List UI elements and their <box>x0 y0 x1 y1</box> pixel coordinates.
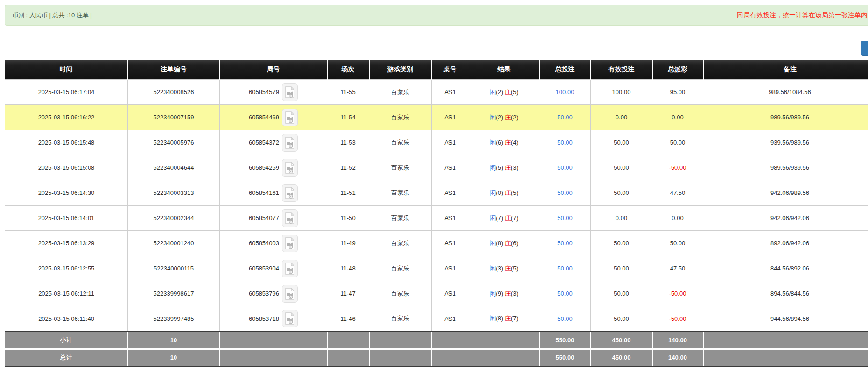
result-player: 闲 <box>490 240 496 247</box>
video-button[interactable] <box>282 109 298 126</box>
total-bet-link[interactable]: 50.00 <box>557 240 573 247</box>
video-button[interactable] <box>282 134 298 152</box>
total-bet-link[interactable]: 50.00 <box>557 189 573 196</box>
video-button[interactable] <box>282 260 298 277</box>
video-button[interactable] <box>282 184 298 202</box>
video-button[interactable] <box>282 159 298 177</box>
cell-table: AS1 <box>432 80 469 105</box>
cell-remark: 894.56/844.56 <box>703 281 868 306</box>
clipped-primary-button[interactable] <box>861 41 868 56</box>
cell-time: 2025-03-15 06:13:29 <box>5 231 128 256</box>
cell-total-bet: 50.00 <box>539 130 591 155</box>
cell-payout: -50.00 <box>652 306 703 332</box>
video-button[interactable] <box>282 235 298 252</box>
total-bet-link[interactable]: 50.00 <box>557 114 573 121</box>
cell-time: 2025-03-15 06:12:55 <box>5 256 128 281</box>
cell-time: 2025-03-15 06:15:48 <box>5 130 128 155</box>
table-row: 2025-03-15 06:12:11522339998617605853796… <box>5 281 868 306</box>
col-header-total-bet: 总投注 <box>539 60 591 80</box>
cell-valid-bet: 100.00 <box>591 80 652 105</box>
table-header: 时间 注单编号 局号 场次 游戏类别 桌号 结果 总投注 有效投注 总派彩 备注 <box>5 60 868 80</box>
footer-table-empty <box>432 332 469 349</box>
round-number: 605854372 <box>249 139 279 146</box>
video-button[interactable] <box>282 310 298 327</box>
cell-remark: 944.56/894.56 <box>703 306 868 332</box>
cell-round: 605854469 <box>220 105 327 130</box>
cell-session: 11-50 <box>327 206 369 231</box>
result-player: 闲 <box>490 139 496 146</box>
round-number: 605854579 <box>249 89 279 96</box>
cell-table: AS1 <box>432 206 469 231</box>
table-row: 2025-03-15 06:13:29522340001240605854003… <box>5 231 868 256</box>
cell-result: 闲(8) 庄(6) <box>469 231 539 256</box>
cell-session: 11-55 <box>327 80 369 105</box>
table-row: 2025-03-15 06:14:30522340003313605854161… <box>5 180 868 206</box>
total-bet-link[interactable]: 50.00 <box>557 164 573 171</box>
cell-valid-bet: 0.00 <box>591 105 652 130</box>
cell-time: 2025-03-15 06:17:04 <box>5 80 128 105</box>
cell-result: 闲(2) 庄(2) <box>469 105 539 130</box>
cell-remark: 989.56/1084.56 <box>703 80 868 105</box>
cell-game-type: 百家乐 <box>369 155 432 180</box>
footer-table-empty <box>432 349 469 366</box>
video-button[interactable] <box>282 83 298 101</box>
cell-valid-bet: 50.00 <box>591 155 652 180</box>
video-button[interactable] <box>282 209 298 227</box>
total-bet-link[interactable]: 50.00 <box>557 290 573 297</box>
round-number: 605854259 <box>249 164 279 171</box>
cell-payout: -50.00 <box>652 155 703 180</box>
table-row-highlighted: 2025-03-15 06:16:22522340007159605854469… <box>5 105 868 130</box>
result-banker: 庄 <box>505 290 511 297</box>
result-banker: 庄 <box>505 265 511 272</box>
result-banker: 庄 <box>505 139 511 146</box>
cell-game-type: 百家乐 <box>369 80 432 105</box>
footer-game-empty <box>369 332 432 349</box>
cell-round: 605853904 <box>220 256 327 281</box>
round-number: 605853796 <box>249 290 279 297</box>
cell-session: 11-53 <box>327 130 369 155</box>
round-number: 605854161 <box>249 189 279 196</box>
cell-result: 闲(9) 庄(3) <box>469 281 539 306</box>
cell-bet-id: 522339997485 <box>128 306 220 332</box>
cell-valid-bet: 50.00 <box>591 180 652 206</box>
cell-payout: 95.00 <box>652 80 703 105</box>
records-tfoot: 小计10550.00450.00140.00总计10550.00450.0014… <box>5 332 868 366</box>
total-bet-link[interactable]: 50.00 <box>557 265 573 272</box>
cell-table: AS1 <box>432 180 469 206</box>
cell-total-bet: 50.00 <box>539 256 591 281</box>
col-header-game-type: 游戏类别 <box>369 60 432 80</box>
table-row: 2025-03-15 06:11:40522339997485605853718… <box>5 306 868 332</box>
video-button[interactable] <box>282 285 298 303</box>
cell-payout: 50.00 <box>652 130 703 155</box>
result-player: 闲 <box>490 290 496 297</box>
video-record-icon <box>285 111 295 124</box>
result-player: 闲 <box>490 189 496 196</box>
result-banker: 庄 <box>505 114 511 121</box>
total-bet-link[interactable]: 50.00 <box>557 215 573 222</box>
cell-payout: 47.50 <box>652 180 703 206</box>
total-bet-link[interactable]: 100.00 <box>556 89 574 96</box>
footer-remark-empty <box>703 349 868 366</box>
result-player: 闲 <box>490 114 496 121</box>
footer-session-empty <box>327 349 369 366</box>
cell-table: AS1 <box>432 281 469 306</box>
bet-records-table: 时间 注单编号 局号 场次 游戏类别 桌号 结果 总投注 有效投注 总派彩 备注… <box>5 60 868 367</box>
video-record-icon <box>285 187 295 199</box>
cell-remark: 989.56/989.56 <box>703 105 868 130</box>
cell-round: 605853718 <box>220 306 327 332</box>
result-banker: 庄 <box>505 89 511 96</box>
col-header-time: 时间 <box>5 60 128 80</box>
cell-time: 2025-03-15 06:11:40 <box>5 306 128 332</box>
footer-valid-bet: 450.00 <box>591 349 652 366</box>
cell-session: 11-54 <box>327 105 369 130</box>
video-record-icon <box>285 312 295 325</box>
cell-result: 闲(0) 庄(5) <box>469 180 539 206</box>
total-bet-link[interactable]: 50.00 <box>557 315 573 322</box>
table-row: 2025-03-15 06:14:01522340002344605854077… <box>5 206 868 231</box>
cell-time: 2025-03-15 06:15:08 <box>5 155 128 180</box>
total-bet-link[interactable]: 50.00 <box>557 139 573 146</box>
cell-game-type: 百家乐 <box>369 130 432 155</box>
cell-total-bet: 50.00 <box>539 180 591 206</box>
video-record-icon <box>285 237 295 249</box>
cell-bet-id: 522340002344 <box>128 206 220 231</box>
